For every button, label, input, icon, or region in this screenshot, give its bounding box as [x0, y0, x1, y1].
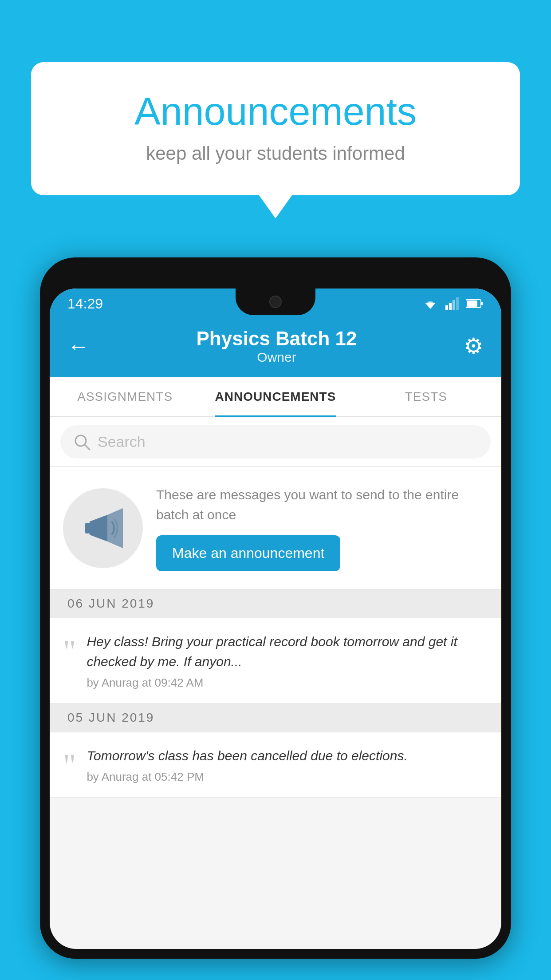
tab-announcements[interactable]: ANNOUNCEMENTS: [200, 377, 350, 416]
signal-icon: [445, 297, 459, 310]
announcement-meta-1: by Anurag at 09:42 AM: [87, 676, 488, 690]
announcement-item-1[interactable]: " Hey class! Bring your practical record…: [50, 618, 501, 703]
tab-tests[interactable]: TESTS: [351, 377, 501, 416]
phone-container: 14:29: [40, 257, 511, 980]
svg-marker-12: [90, 515, 107, 541]
promo-icon-circle: [63, 488, 143, 568]
announcement-meta-2: by Anurag at 05:42 PM: [87, 770, 488, 784]
svg-rect-3: [445, 305, 448, 310]
phone-frame: 14:29: [40, 257, 511, 959]
search-icon: [74, 434, 91, 450]
search-bar[interactable]: Search: [60, 425, 491, 458]
svg-rect-9: [467, 300, 477, 307]
batch-subtitle: Owner: [197, 350, 357, 365]
quote-icon-2: ": [63, 749, 76, 781]
status-time: 14:29: [67, 296, 103, 312]
speech-bubble-subtitle: keep all your students informed: [67, 143, 484, 164]
promo-description: These are messages you want to send to t…: [156, 485, 488, 525]
announcement-text-1: Hey class! Bring your practical record b…: [87, 632, 488, 672]
back-button[interactable]: ←: [67, 333, 90, 359]
svg-rect-5: [453, 300, 455, 310]
announcement-text-2: Tomorrow's class has been cancelled due …: [87, 746, 488, 766]
battery-icon: [466, 298, 484, 309]
promo-content: These are messages you want to send to t…: [156, 485, 488, 571]
svg-rect-8: [481, 302, 483, 305]
announcement-content-1: Hey class! Bring your practical record b…: [87, 632, 488, 690]
search-placeholder: Search: [98, 433, 146, 450]
svg-rect-13: [85, 523, 91, 533]
notch: [236, 288, 315, 315]
tab-assignments[interactable]: ASSIGNMENTS: [50, 377, 200, 416]
camera: [269, 296, 282, 308]
speech-bubble-area: Announcements keep all your students inf…: [31, 62, 520, 195]
search-container: Search: [50, 417, 501, 467]
svg-marker-14: [107, 508, 123, 548]
svg-rect-6: [456, 297, 459, 310]
phone-screen: 14:29: [50, 288, 501, 949]
svg-rect-4: [449, 303, 452, 310]
megaphone-icon: [81, 506, 125, 550]
quote-icon-1: ": [63, 635, 76, 667]
date-separator-2: 05 JUN 2019: [50, 703, 501, 732]
tab-bar: ASSIGNMENTS ANNOUNCEMENTS TESTS: [50, 377, 501, 417]
promo-card: These are messages you want to send to t…: [50, 467, 501, 589]
announcement-content-2: Tomorrow's class has been cancelled due …: [87, 746, 488, 784]
wifi-icon: [422, 297, 438, 310]
app-header: ← Physics Batch 12 Owner ⚙: [50, 319, 501, 377]
header-title-area: Physics Batch 12 Owner: [197, 328, 357, 365]
batch-title: Physics Batch 12: [197, 328, 357, 350]
make-announcement-button[interactable]: Make an announcement: [156, 535, 340, 571]
settings-gear-icon[interactable]: ⚙: [464, 333, 484, 359]
svg-line-11: [85, 445, 90, 450]
speech-bubble: Announcements keep all your students inf…: [31, 62, 520, 195]
status-icons: [422, 297, 484, 310]
speech-bubble-title: Announcements: [67, 89, 484, 134]
date-separator-1: 06 JUN 2019: [50, 589, 501, 618]
announcement-item-2[interactable]: " Tomorrow's class has been cancelled du…: [50, 732, 501, 798]
